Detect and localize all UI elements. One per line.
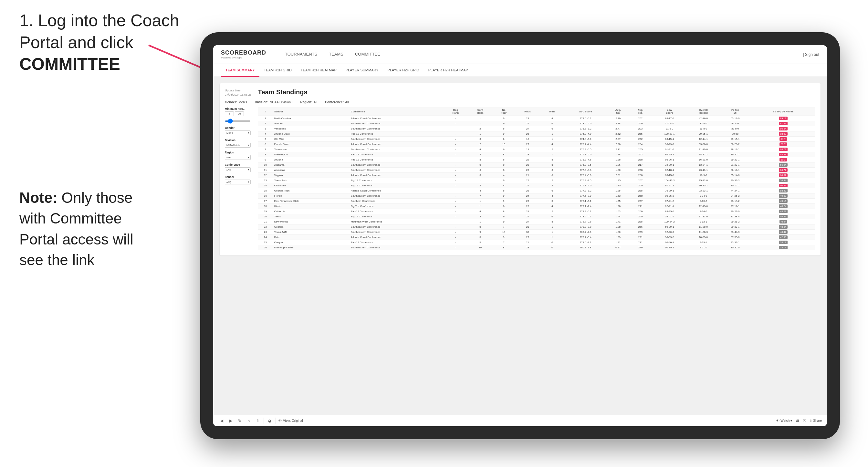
cell-wins: 0 — [540, 240, 564, 245]
gender-value: Men's — [239, 100, 247, 104]
col-overall: OverallRecord — [687, 107, 719, 116]
table-row: 8 Washington Pac-12 Conference - 2 8 23 … — [258, 152, 815, 157]
min-rounds-to[interactable] — [235, 112, 244, 116]
gender-label: Gender: — [225, 100, 237, 104]
sign-out-text[interactable]: | Sign out — [803, 52, 819, 57]
chevron-down-icon: ▾ — [248, 131, 249, 134]
cell-school: Florida — [273, 193, 349, 198]
cell-adj-score: 278.5 -3.1 — [564, 240, 607, 245]
table-row: 15 Georgia Tech Atlantic Coast Conferenc… — [258, 188, 815, 193]
cell-school: Texas A&M — [273, 229, 349, 235]
col-reg-rank: RegRank — [443, 107, 468, 116]
cell-school: Vanderbilt — [273, 126, 349, 131]
cell-wins: 4 — [540, 142, 564, 147]
cell-reg-rank: - — [443, 142, 468, 147]
region-select[interactable]: N/A ▾ — [225, 155, 251, 160]
toolbar-home-btn[interactable]: ⌂ — [246, 417, 252, 424]
conference-select[interactable]: (All) ▾ — [225, 167, 251, 172]
table-header-row: # School Conference RegRank ConfRank NoT… — [258, 107, 815, 116]
cell-low-score: 60-39-2 — [652, 245, 687, 250]
toolbar-watch[interactable]: 👁 Watch ▾ — [776, 419, 792, 423]
cell-low-score: 88-17-0 — [652, 116, 687, 121]
cell-rank: 20 — [258, 214, 273, 219]
toolbar-print[interactable]: 🖶 — [796, 419, 799, 423]
cell-low-score: 87-21-2 — [652, 198, 687, 204]
cell-reg-rank: - — [443, 198, 468, 204]
toolbar-share[interactable]: ⇧ Share — [809, 419, 822, 423]
division-select[interactable]: NCAA Division I ▾ — [225, 143, 251, 148]
toolbar-view[interactable]: 👁 View: Original — [278, 419, 303, 423]
cell-rnds: 26 — [515, 188, 540, 193]
toolbar-watch-label: Watch — [780, 419, 789, 423]
cell-low-score: 66-40-1 — [652, 240, 687, 245]
cell-vs25: 31-29-1 — [719, 162, 751, 167]
toolbar-fullscreen[interactable]: ⇱ — [803, 419, 806, 423]
subnav-team-h2h-heatmap[interactable]: TEAM H2H HEATMAP — [296, 64, 341, 77]
school-filter-group: School (All) ▾ — [225, 175, 254, 184]
cell-reg-rank: - — [443, 162, 468, 167]
col-low-score: LowScore — [652, 107, 687, 116]
subnav-player-summary[interactable]: PLAYER SUMMARY — [341, 64, 383, 77]
cell-rnds: 27 — [515, 121, 540, 126]
cell-avg-sg: 1.44 — [607, 214, 629, 219]
cell-school: Georgia — [273, 224, 349, 229]
cell-conf-rank: 3 — [468, 173, 492, 178]
cell-reg-rank: - — [443, 116, 468, 121]
toolbar-forward-btn[interactable]: ▶ — [227, 417, 234, 424]
cell-vs25: 39-20-1 — [719, 152, 751, 157]
cell-reg-rank: - — [443, 147, 468, 152]
cell-overall: 23-23-1 — [687, 188, 719, 193]
subnav-team-h2h-grid[interactable]: TEAM H2H GRID — [259, 64, 296, 77]
nav-teams[interactable]: TEAMS — [323, 45, 349, 64]
cell-no-tour: 8 — [493, 167, 515, 173]
cell-avg-sg: 2.37 — [607, 136, 629, 142]
subnav-team-summary[interactable]: TEAM SUMMARY — [221, 64, 259, 77]
cell-pts: 48.42 — [751, 229, 815, 235]
subnav-player-h2h-grid[interactable]: PLAYER H2H GRID — [383, 64, 424, 77]
cell-school: Texas — [273, 214, 349, 219]
cell-overall: 8-14-0 — [687, 209, 719, 214]
min-rounds-slider[interactable] — [225, 117, 251, 123]
watch-icon: 👁 — [776, 419, 779, 423]
cell-low-score: 117-4-0 — [652, 121, 687, 126]
school-select[interactable]: (All) ▾ — [225, 180, 251, 184]
cell-pts: 58.94 — [751, 178, 815, 183]
cell-rnds: 21 — [515, 224, 540, 229]
cell-rnds: 22 — [515, 157, 540, 162]
school-select-value: (All) — [226, 181, 231, 183]
cell-school: New Mexico — [273, 219, 349, 224]
subnav-player-h2h-heatmap[interactable]: PLAYER H2H HEATMAP — [424, 64, 473, 77]
nav-tournaments[interactable]: TOURNAMENTS — [279, 45, 323, 64]
cell-adj-score: 276.9 -3.5 — [564, 178, 607, 183]
cell-vs25: 33-38-4 — [719, 214, 751, 219]
cell-vs25: 60-26-2 — [719, 142, 751, 147]
cell-avg-rd: 255 — [629, 147, 652, 152]
cell-vs25: 39-8-0 — [719, 126, 751, 131]
cell-avg-rd: 271 — [629, 204, 652, 209]
cell-school: Mississippi State — [273, 245, 349, 250]
cell-rank: 6 — [258, 142, 273, 147]
cell-wins: 5 — [540, 198, 564, 204]
toolbar-back-btn[interactable]: ◀ — [218, 417, 225, 424]
cell-rnds: 30 — [515, 229, 540, 235]
gender-select-value: Men's — [226, 131, 233, 134]
note-text: Note: Only those with Committee Portal a… — [20, 187, 155, 271]
cell-avg-sg: 2.20 — [607, 142, 629, 147]
logo-area: SCOREBOARD Powered by clippd — [221, 50, 266, 59]
toolbar-share-btn[interactable]: ⇧ — [254, 417, 261, 424]
cell-avg-rd: 264 — [629, 142, 652, 147]
cell-low-score: 86-26-1 — [652, 157, 687, 162]
cell-school: Oklahoma — [273, 183, 349, 188]
min-rounds-from[interactable] — [225, 112, 234, 116]
cell-overall: 11-19-0 — [687, 147, 719, 152]
instruction-area: 1. Log into the Coach Portal and click C… — [20, 10, 181, 75]
cell-pts: 46.91 — [751, 214, 815, 219]
nav-committee[interactable]: COMMITTEE — [349, 45, 386, 64]
toolbar-refresh-btn[interactable]: ↻ — [237, 417, 243, 424]
cell-no-tour: 9 — [493, 198, 515, 204]
cell-conference: Southeastern Conference — [349, 126, 443, 131]
table-row: 16 Florida Southeastern Conference - 7 9… — [258, 193, 815, 198]
gender-select[interactable]: Men's ▾ — [225, 130, 251, 135]
table-row: 25 Oregon Pac-12 Conference - 5 7 21 0 2… — [258, 240, 815, 245]
table-row: 23 Texas A&M Southeastern Conference - 9… — [258, 229, 815, 235]
